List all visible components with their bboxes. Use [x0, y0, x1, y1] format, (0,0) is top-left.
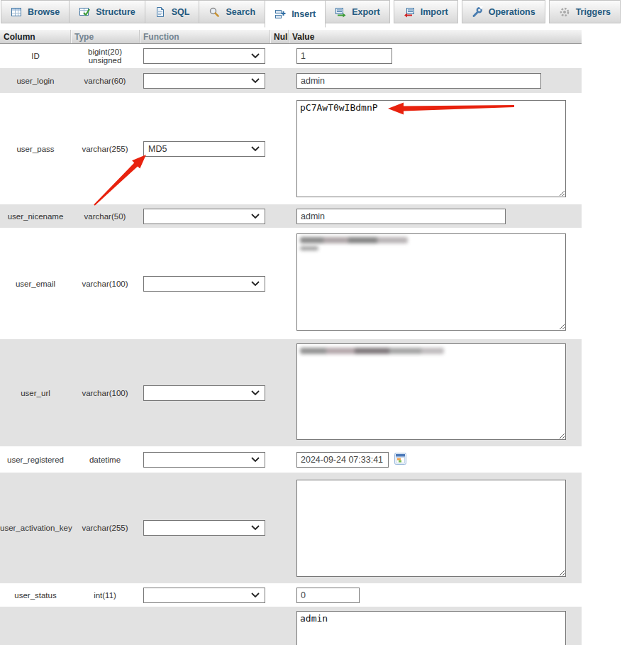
column-type: varchar(255) — [71, 145, 139, 153]
column-type: bigint(20) unsigned — [71, 48, 139, 65]
column-type: varchar(60) — [71, 77, 139, 85]
table-tab-bar: Browse Structure SQL Search Insert — [0, 0, 644, 30]
tab-insert[interactable]: Insert — [265, 0, 326, 28]
redacted-url-smudge — [300, 348, 444, 354]
table-row-user-login: user_login varchar(60) — [0, 68, 582, 93]
chevron-down-icon — [251, 525, 260, 531]
triggers-icon — [559, 6, 570, 18]
column-name: user_pass — [0, 145, 71, 153]
search-icon — [209, 6, 220, 18]
chevron-down-icon — [251, 457, 260, 463]
chevron-down-icon — [251, 592, 260, 598]
display-name-value-textarea[interactable]: admin — [296, 611, 566, 645]
operations-icon — [472, 6, 483, 18]
function-select-user-login[interactable] — [143, 73, 265, 89]
tab-search[interactable]: Search — [199, 0, 265, 23]
function-select-user-nicename[interactable] — [143, 209, 265, 224]
column-name: ID — [0, 52, 71, 60]
tab-import[interactable]: Import — [394, 0, 458, 23]
column-type: varchar(100) — [71, 280, 139, 288]
user-status-value-input[interactable] — [296, 588, 360, 603]
chevron-down-icon — [251, 390, 260, 396]
sql-icon — [155, 6, 166, 18]
header-column: Column — [0, 30, 70, 43]
calendar-picker-button[interactable] — [394, 453, 408, 466]
tab-label: Export — [352, 7, 380, 17]
redacted-email-smudge — [300, 246, 318, 250]
column-name: user_url — [0, 389, 71, 397]
browse-icon — [11, 6, 22, 18]
chevron-down-icon — [251, 214, 260, 219]
table-row-user-status: user_status int(11) — [0, 583, 582, 607]
user-pass-value-textarea[interactable]: pC7AwT0wIBdmnP — [296, 100, 566, 197]
tab-browse[interactable]: Browse — [1, 0, 70, 23]
table-row-user-nicename: user_nicename varchar(50) — [0, 204, 582, 228]
tab-label: Insert — [292, 9, 316, 19]
function-select-user-pass-md5[interactable]: MD5 — [143, 141, 265, 157]
function-select-id[interactable] — [143, 48, 265, 64]
column-type: int(11) — [71, 591, 139, 600]
header-type[interactable]: Type — [70, 30, 139, 43]
function-select-user-activation-key[interactable] — [143, 520, 265, 536]
column-type: varchar(255) — [71, 524, 139, 532]
tab-label: Structure — [96, 7, 135, 17]
tab-structure[interactable]: Structure — [69, 0, 145, 23]
insert-form-table: Column Type Function Null Value ID bigin… — [0, 30, 582, 645]
chevron-down-icon — [251, 78, 260, 84]
table-row-id: ID bigint(20) unsigned — [0, 44, 582, 68]
user-activation-key-value-textarea[interactable] — [296, 480, 566, 577]
column-name: user_registered — [0, 456, 71, 464]
tab-label: SQL — [172, 7, 190, 17]
export-icon — [335, 6, 346, 18]
tab-label: Triggers — [576, 7, 611, 17]
user-url-value-textarea[interactable] — [296, 343, 566, 440]
tab-triggers[interactable]: Triggers — [549, 0, 621, 23]
function-select-user-status[interactable] — [143, 588, 265, 603]
table-row-user-activation-key: user_activation_key varchar(255) — [0, 473, 582, 583]
phpmyadmin-insert-page: Browse Structure SQL Search Insert — [0, 0, 644, 645]
user-nicename-value-input[interactable] — [296, 209, 506, 224]
table-row-user-pass: user_pass varchar(255) MD5 pC7AwT0wIBdmn… — [0, 93, 582, 204]
structure-icon — [79, 6, 90, 18]
table-row-user-email: user_email varchar(100) — [0, 228, 582, 339]
column-name: user_nicename — [0, 212, 71, 221]
tab-label: Search — [226, 7, 255, 17]
header-value: Value — [288, 30, 582, 43]
insert-icon — [274, 9, 286, 20]
chevron-down-icon — [251, 281, 260, 287]
table-header-row: Column Type Function Null Value — [0, 30, 582, 44]
function-select-user-email[interactable] — [143, 276, 265, 292]
header-null: Null — [270, 30, 288, 43]
tab-label: Import — [421, 7, 448, 17]
table-row-user-url: user_url varchar(100) — [0, 339, 582, 446]
column-type: varchar(100) — [71, 389, 139, 397]
tab-label: Operations — [489, 7, 535, 17]
tab-operations[interactable]: Operations — [462, 0, 545, 23]
chevron-down-icon — [251, 53, 260, 59]
column-name: user_email — [0, 280, 71, 288]
function-select-user-registered[interactable] — [143, 452, 265, 468]
user-login-value-input[interactable] — [296, 73, 541, 89]
chevron-down-icon — [251, 146, 260, 152]
tab-export[interactable]: Export — [325, 0, 390, 23]
tab-label: Browse — [28, 7, 60, 17]
column-name: user_login — [0, 77, 71, 85]
column-type: datetime — [71, 456, 139, 464]
function-select-user-url[interactable] — [143, 385, 265, 401]
user-email-value-textarea[interactable] — [296, 233, 566, 331]
redacted-email-smudge — [300, 237, 408, 243]
import-icon — [404, 6, 415, 18]
header-function[interactable]: Function — [139, 30, 270, 43]
id-value-input[interactable] — [296, 48, 392, 64]
column-type: varchar(50) — [71, 212, 139, 221]
select-value: MD5 — [148, 144, 167, 154]
column-name: user_status — [0, 591, 71, 600]
user-registered-value-input[interactable] — [296, 452, 389, 468]
table-row-user-registered: user_registered datetime — [0, 446, 582, 473]
table-row-display-name: admin — [0, 607, 582, 645]
column-name: user_activation_key — [0, 524, 71, 532]
tab-sql[interactable]: SQL — [145, 0, 200, 23]
calendar-icon — [394, 453, 406, 467]
